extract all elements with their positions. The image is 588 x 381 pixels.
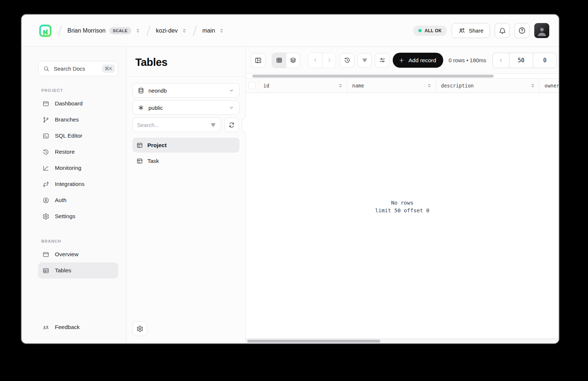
grid-body: No rows limit 50 offset 0 [246,93,559,338]
column-header-owner[interactable]: owner [539,79,559,93]
sidebar-item-dashboard[interactable]: Dashboard [38,96,118,112]
filter-icon [361,57,368,64]
back-button[interactable] [309,53,322,68]
breadcrumb-project[interactable]: kozi-dev [156,27,187,34]
table-name: Project [147,142,167,149]
project-name: kozi-dev [156,27,178,34]
panel-settings-button[interactable] [132,321,147,336]
user-avatar[interactable] [534,23,549,38]
sidebar-item-tables[interactable]: Tables [38,262,118,279]
feedback-people-icon [42,324,49,331]
sort-icon[interactable] [427,83,432,88]
sidebar-item-overview[interactable]: Overview [38,246,118,262]
table-search-input[interactable] [137,122,210,128]
table-list-item-project[interactable]: Project [132,138,240,153]
chevron-updown-icon [135,28,141,34]
terminal-icon [42,132,49,139]
add-record-label: Add record [408,57,436,64]
sidebar-item-sql-editor[interactable]: SQL Editor [38,128,118,144]
sort-icon[interactable] [338,83,343,88]
refresh-button[interactable] [224,117,239,132]
branch-section-label: BRANCH [41,239,118,243]
refresh-icon [228,122,235,128]
chevron-left-icon [498,57,504,63]
database-select[interactable]: neondb [132,83,240,98]
project-section-label: PROJECT [41,88,118,93]
sidebar-item-label: Auth [55,197,67,203]
column-header-name[interactable]: name [347,79,436,93]
org-name: Brian Morrison [68,27,106,34]
table-icon [136,158,143,164]
chevron-right-icon [326,57,332,63]
breadcrumb-org[interactable]: Brian Morrison SCALE [68,27,141,34]
status-dot-icon [418,29,422,32]
status-badge[interactable]: ALL OK [413,26,447,36]
help-button[interactable] [514,23,529,38]
neon-logo-icon[interactable] [38,24,52,38]
gear-icon [136,325,143,332]
collapse-panel-button[interactable] [251,53,265,68]
sidebar-item-label: Tables [55,267,71,274]
grid-view-button[interactable] [272,53,286,68]
search-docs-input[interactable]: Search Docs ⌘K [38,61,118,76]
scrollbar-thumb[interactable] [247,340,380,343]
column-label: owner [544,83,559,89]
chart-icon [42,165,49,172]
table-search-box [132,117,221,132]
sidebar: Search Docs ⌘K PROJECT Dashboard Branche… [22,47,127,343]
window-icon [42,251,49,258]
header-checkbox-cell [246,79,258,93]
sidebar-item-integrations[interactable]: Integrations [38,176,118,192]
column-header-description[interactable]: description [436,79,539,93]
sidebar-item-label: SQL Editor [55,132,82,139]
feedback-button[interactable]: Feedback [38,319,118,335]
notifications-button[interactable] [495,23,510,38]
help-icon [518,27,526,34]
grid-toolbar: Add record 0 rows • 180ms 50 0 [246,47,559,74]
share-button[interactable]: Share [452,23,490,38]
adjust-columns-button[interactable] [375,53,389,68]
select-all-checkbox[interactable] [248,82,256,89]
history-button[interactable] [340,53,354,68]
breadcrumb-separator [58,25,62,36]
sort-icon[interactable] [530,83,535,88]
column-header-id[interactable]: id [258,79,347,93]
schema-select[interactable]: public [132,100,240,115]
sidebar-item-auth[interactable]: Auth [38,192,118,208]
page-title: Tables [135,56,237,76]
page-offset-input[interactable]: 0 [533,53,557,68]
previous-page-button[interactable] [493,53,509,68]
breadcrumb-branch[interactable]: main [202,27,225,34]
filter-icon[interactable] [210,122,216,128]
window-icon [42,100,49,107]
sidebar-item-restore[interactable]: Restore [38,144,118,160]
sidebar-item-settings[interactable]: Settings [38,208,118,224]
page-size-input[interactable]: 50 [509,53,533,68]
shield-user-icon [42,197,49,204]
sort-filter-button[interactable] [357,53,372,68]
add-record-button[interactable]: Add record [393,53,443,68]
history-icon [42,149,49,156]
gear-icon [42,213,49,220]
chevron-down-icon [229,105,234,111]
sidebar-item-branches[interactable]: Branches [38,112,118,128]
table-icon [42,267,49,274]
table-list-item-task[interactable]: Task [132,153,240,168]
row-stats: 0 rows • 180ms [449,57,486,63]
data-grid-area: Add record 0 rows • 180ms 50 0 [246,47,559,343]
scrollbar-thumb[interactable] [252,75,494,78]
breadcrumb-separator [146,25,150,36]
git-branch-icon [42,116,49,123]
pagination-control: 50 0 [493,53,557,68]
sidebar-item-monitoring[interactable]: Monitoring [38,160,118,176]
horizontal-scrollbar-top [246,74,559,78]
view-mode-toggle [272,53,300,68]
search-icon [43,66,50,72]
forward-button[interactable] [322,53,336,68]
share-button-label: Share [469,27,483,34]
chevron-updown-icon [219,28,225,34]
plus-icon [398,57,405,64]
layers-view-button[interactable] [286,53,300,68]
app-window: Brian Morrison SCALE kozi-dev main ALL O… [22,15,559,343]
database-select-value: neondb [148,87,167,94]
